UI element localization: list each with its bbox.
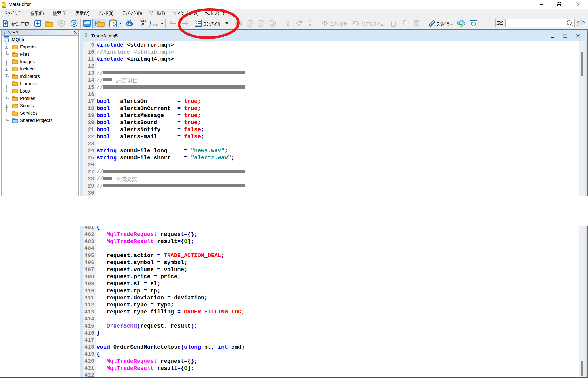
svg-text:5: 5 — [2, 2, 4, 6]
svg-text:f: f — [149, 19, 152, 27]
svg-text:{ }: { } — [4, 39, 9, 42]
svg-text:x: x — [152, 22, 155, 27]
svg-text:VAR: VAR — [140, 20, 147, 23]
